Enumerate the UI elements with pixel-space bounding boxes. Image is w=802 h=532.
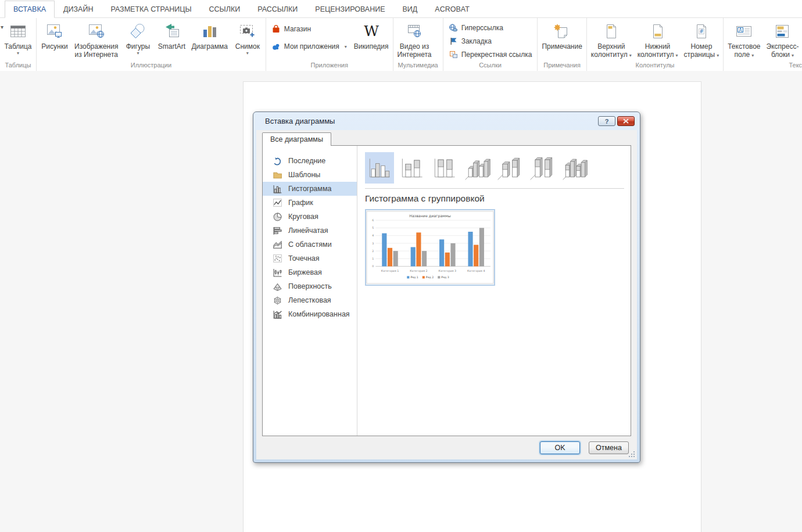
category-combo-chart[interactable]: Комбинированная (263, 307, 357, 321)
ribbon: ▾ Таблица▾ТаблицыРисункиИзображенияиз Ин… (0, 18, 802, 71)
category-stock-chart[interactable]: Биржевая (263, 265, 357, 279)
subtype-column-3d[interactable] (560, 152, 589, 184)
store-button[interactable]: Магазин (268, 24, 350, 34)
ribbon-tab[interactable]: ДИЗАЙН (55, 1, 102, 17)
chart-preview[interactable]: Название диаграммы0123456Категория 1Кате… (365, 209, 495, 286)
edge-dropdown-chevron[interactable]: ▾ (1, 24, 3, 30)
category-recent[interactable]: Последние (263, 154, 357, 168)
category-label: Точечная (288, 254, 320, 263)
column-chart-icon (272, 184, 282, 194)
combo-chart-icon (272, 310, 282, 319)
clustered-column-icon (366, 153, 393, 182)
my-apps-button[interactable]: Мои приложения▾ (268, 41, 350, 52)
cross-reference-button[interactable]: Перекрестная ссылка (446, 49, 535, 60)
ribbon-group-label: Мультимедиа (393, 61, 443, 71)
column-3d-icon (561, 153, 589, 182)
smartart-icon (162, 21, 181, 42)
text-box-button[interactable]: AТекстовоеполе▾ (725, 19, 763, 60)
category-templates[interactable]: Шаблоны (263, 168, 357, 182)
ribbon-tab[interactable]: ССЫЛКИ (201, 1, 249, 17)
category-bar-chart[interactable]: Линейчатая (263, 224, 357, 238)
wikipedia-button[interactable]: WВикипедия (351, 19, 392, 51)
subtype-stacked-100-column[interactable] (430, 152, 459, 184)
subtype-clustered-column[interactable] (365, 152, 394, 184)
comment-button[interactable]: Примечание (539, 19, 585, 51)
all-charts-tabpage: ПоследниеШаблоныГистограммаГрафикКругова… (262, 145, 631, 436)
button-label: Нижнийколонтитул▾ (638, 42, 678, 60)
ribbon-group-label: Текст (724, 61, 802, 71)
ribbon-tab[interactable]: РАССЫЛКИ (249, 1, 306, 17)
online-pictures-button[interactable]: Изображенияиз Интернета (71, 19, 121, 59)
help-button[interactable]: ? (598, 116, 615, 126)
ribbon-tab[interactable]: РАЗМЕТКА СТРАНИЦЫ (102, 1, 200, 17)
ribbon-tab[interactable]: ВИД (394, 1, 427, 17)
category-area-chart[interactable]: С областями (263, 238, 357, 251)
ribbon-tab[interactable]: ACROBAT (426, 1, 478, 17)
dialog-titlebar[interactable]: Вставка диаграммы ? (253, 112, 640, 130)
button-label: SmartArt (158, 42, 185, 51)
stacked-column-icon (398, 153, 426, 182)
recent-icon (272, 156, 282, 166)
subtype-clustered-column-3d[interactable] (463, 152, 492, 184)
dropdown-arrow-icon: ▾ (792, 53, 794, 58)
pie-chart-icon (272, 212, 282, 222)
category-line-chart[interactable]: График (263, 196, 357, 210)
dropdown-arrow-icon: ▾ (137, 51, 139, 56)
ribbon-tab[interactable]: ВСТАВКА (5, 1, 55, 18)
subtype-stacked-column-3d[interactable] (495, 152, 524, 184)
svg-text:1: 1 (372, 257, 374, 260)
svg-text:6: 6 (372, 219, 374, 222)
button-label: Перекрестная ссылка (461, 51, 532, 59)
online-video-button[interactable]: Видео изИнтернета (395, 19, 435, 59)
ribbon-group-label: Ссылки (443, 61, 538, 71)
page-number-button[interactable]: #Номерстраницы▾ (681, 19, 722, 60)
svg-text:Ряд 1: Ряд 1 (410, 276, 418, 279)
subtype-stacked-100-column-3d[interactable] (528, 152, 557, 184)
dialog-title: Вставка диаграммы (265, 117, 596, 125)
svg-text:W: W (364, 23, 379, 39)
page-number-icon: # (692, 21, 711, 42)
table-button[interactable]: Таблица▾ (1, 19, 35, 56)
bookmark-button[interactable]: Закладка (446, 36, 535, 46)
ok-button[interactable]: OK (540, 441, 580, 454)
ribbon-group: ПримечаниеПримечания (538, 18, 586, 71)
ribbon-group-label: Иллюстрации (37, 61, 266, 71)
category-column-chart[interactable]: Гистограмма (263, 182, 357, 196)
shapes-button[interactable]: Фигуры▾ (121, 19, 155, 56)
category-surface-chart[interactable]: Поверхность (263, 279, 357, 293)
pictures-button[interactable]: Рисунки (38, 19, 71, 51)
hyperlink-button[interactable]: Гиперссылка (446, 23, 535, 33)
screenshot-button[interactable]: Снимок▾ (231, 19, 264, 56)
quick-parts-icon (773, 21, 792, 42)
category-label: Линейчатая (288, 227, 328, 235)
subtype-stacked-column[interactable] (398, 152, 427, 184)
cross-reference-icon (449, 50, 458, 59)
bookmark-icon (449, 37, 458, 46)
svg-text:0: 0 (372, 265, 374, 268)
pictures-icon (45, 21, 64, 42)
chart-button[interactable]: Диаграмма (188, 19, 230, 51)
category-scatter-chart[interactable]: Точечная (263, 251, 357, 265)
category-radar-chart[interactable]: Лепестковая (263, 293, 357, 307)
footer-button[interactable]: Нижнийколонтитул▾ (635, 19, 681, 60)
scatter-chart-icon (272, 254, 282, 264)
button-label: Примечание (542, 42, 582, 51)
smartart-button[interactable]: SmartArt (155, 19, 188, 51)
cancel-button[interactable]: Отмена (589, 441, 629, 454)
button-stack: МагазинМои приложения▾ (267, 19, 351, 52)
dropdown-arrow-icon: ▾ (17, 51, 19, 56)
ribbon-group: AТекстовоеполе▾Экспресс-блоки▾AWordArt▾Б… (724, 18, 802, 71)
online-pictures-icon (87, 21, 106, 42)
category-label: Шаблоны (288, 171, 320, 179)
ribbon-group: Видео изИнтернетаМультимедиа (393, 18, 443, 71)
quick-parts-button[interactable]: Экспресс-блоки▾ (764, 19, 802, 60)
header-button[interactable]: Верхнийколонтитул▾ (588, 19, 635, 60)
category-pie-chart[interactable]: Круговая (263, 210, 357, 224)
ribbon-tab[interactable]: РЕЦЕНЗИРОВАНИЕ (306, 1, 393, 17)
close-button[interactable] (617, 116, 635, 126)
resize-grip[interactable] (628, 451, 635, 458)
stacked-100-column-3d-icon (528, 153, 556, 182)
screenshot-icon (238, 21, 257, 42)
category-label: С областями (288, 240, 332, 249)
tab-all-charts[interactable]: Все диаграммы (262, 132, 331, 146)
